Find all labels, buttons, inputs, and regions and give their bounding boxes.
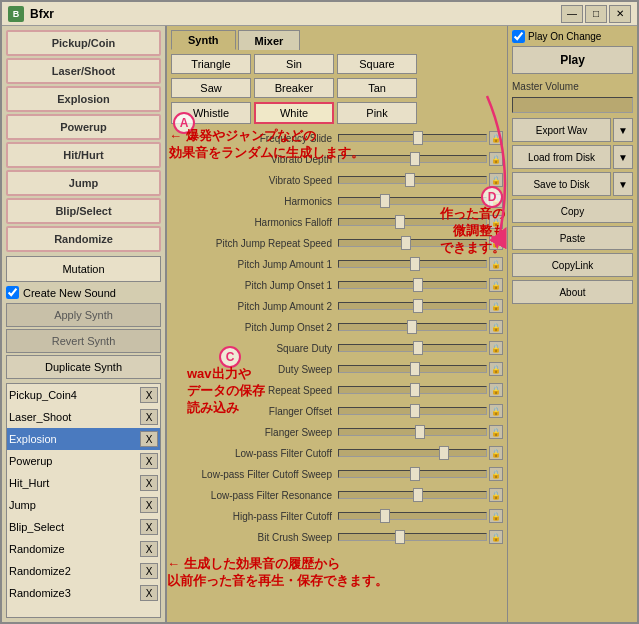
lock-btn[interactable]: 🔒 — [489, 131, 503, 145]
save-to-disk-button[interactable]: Save to Disk — [512, 172, 611, 196]
tab-synth[interactable]: Synth — [171, 30, 236, 50]
wave-triangle[interactable]: Triangle — [171, 54, 251, 74]
create-new-checkbox[interactable] — [6, 286, 19, 299]
copy-button[interactable]: Copy — [512, 199, 633, 223]
param-track[interactable] — [338, 197, 487, 205]
list-item[interactable]: Pickup_Coin4 X — [7, 384, 160, 406]
mutation-button[interactable]: Mutation — [6, 256, 161, 282]
load-from-disk-arrow[interactable]: ▼ — [613, 145, 633, 169]
btn-pickup-coin[interactable]: Pickup/Coin — [6, 30, 161, 56]
wave-breaker[interactable]: Breaker — [254, 78, 334, 98]
export-wav-button[interactable]: Export Wav — [512, 118, 611, 142]
param-track[interactable] — [338, 407, 487, 415]
btn-laser-shoot[interactable]: Laser/Shoot — [6, 58, 161, 84]
wave-white[interactable]: White — [254, 102, 334, 124]
remove-btn[interactable]: X — [140, 409, 158, 425]
list-item[interactable]: Randomize2 X — [7, 560, 160, 582]
list-item[interactable]: Blip_Select X — [7, 516, 160, 538]
btn-hit-hurt[interactable]: Hit/Hurt — [6, 142, 161, 168]
minimize-button[interactable]: — — [561, 5, 583, 23]
param-track[interactable] — [338, 281, 487, 289]
lock-btn[interactable]: 🔒 — [489, 236, 503, 250]
lock-btn[interactable]: 🔒 — [489, 446, 503, 460]
list-item[interactable]: Powerup X — [7, 450, 160, 472]
list-item[interactable]: Jump X — [7, 494, 160, 516]
lock-btn[interactable]: 🔒 — [489, 320, 503, 334]
param-track[interactable] — [338, 239, 487, 247]
load-from-disk-button[interactable]: Load from Disk — [512, 145, 611, 169]
tab-mixer[interactable]: Mixer — [238, 30, 301, 50]
param-track[interactable] — [338, 176, 487, 184]
play-button[interactable]: Play — [512, 46, 633, 74]
export-wav-arrow[interactable]: ▼ — [613, 118, 633, 142]
lock-btn[interactable]: 🔒 — [489, 530, 503, 544]
lock-btn[interactable]: 🔒 — [489, 383, 503, 397]
close-button[interactable]: ✕ — [609, 5, 631, 23]
btn-randomize[interactable]: Randomize — [6, 226, 161, 252]
param-track[interactable] — [338, 386, 487, 394]
list-item-selected[interactable]: Explosion X — [7, 428, 160, 450]
list-item[interactable]: Randomize3 X — [7, 582, 160, 604]
wave-tan[interactable]: Tan — [337, 78, 417, 98]
list-item[interactable]: Hit_Hurt X — [7, 472, 160, 494]
apply-synth-button[interactable]: Apply Synth — [6, 303, 161, 327]
param-track[interactable] — [338, 134, 487, 142]
lock-btn[interactable]: 🔒 — [489, 215, 503, 229]
param-track[interactable] — [338, 323, 487, 331]
lock-btn[interactable]: 🔒 — [489, 173, 503, 187]
param-track[interactable] — [338, 512, 487, 520]
wave-saw[interactable]: Saw — [171, 78, 251, 98]
btn-powerup[interactable]: Powerup — [6, 114, 161, 140]
lock-btn[interactable]: 🔒 — [489, 488, 503, 502]
maximize-button[interactable]: □ — [585, 5, 607, 23]
param-track[interactable] — [338, 365, 487, 373]
param-track[interactable] — [338, 491, 487, 499]
param-track[interactable] — [338, 449, 487, 457]
btn-blip-select[interactable]: Blip/Select — [6, 198, 161, 224]
lock-btn[interactable]: 🔒 — [489, 299, 503, 313]
param-track[interactable] — [338, 302, 487, 310]
lock-btn[interactable]: 🔒 — [489, 362, 503, 376]
lock-btn[interactable]: 🔒 — [489, 257, 503, 271]
param-track[interactable] — [338, 155, 487, 163]
param-track[interactable] — [338, 428, 487, 436]
lock-btn[interactable]: 🔒 — [489, 341, 503, 355]
copy-link-button[interactable]: CopyLink — [512, 253, 633, 277]
lock-btn[interactable]: 🔒 — [489, 404, 503, 418]
param-track[interactable] — [338, 218, 487, 226]
remove-btn[interactable]: X — [140, 453, 158, 469]
lock-btn[interactable]: 🔒 — [489, 509, 503, 523]
param-track[interactable] — [338, 533, 487, 541]
remove-btn[interactable]: X — [140, 563, 158, 579]
save-to-disk-arrow[interactable]: ▼ — [613, 172, 633, 196]
master-volume-slider[interactable] — [512, 97, 633, 113]
wave-pink[interactable]: Pink — [337, 102, 417, 124]
duplicate-synth-button[interactable]: Duplicate Synth — [6, 355, 161, 379]
list-item[interactable]: Randomize X — [7, 538, 160, 560]
remove-btn[interactable]: X — [140, 475, 158, 491]
remove-btn[interactable]: X — [140, 387, 158, 403]
wave-sin[interactable]: Sin — [254, 54, 334, 74]
wave-square[interactable]: Square — [337, 54, 417, 74]
wave-whistle[interactable]: Whistle — [171, 102, 251, 124]
remove-btn[interactable]: X — [140, 585, 158, 601]
lock-btn[interactable]: 🔒 — [489, 467, 503, 481]
btn-explosion[interactable]: Explosion — [6, 86, 161, 112]
paste-button[interactable]: Paste — [512, 226, 633, 250]
remove-btn[interactable]: X — [140, 431, 158, 447]
param-track[interactable] — [338, 470, 487, 478]
lock-btn[interactable]: 🔒 — [489, 194, 503, 208]
remove-btn[interactable]: X — [140, 519, 158, 535]
btn-jump[interactable]: Jump — [6, 170, 161, 196]
lock-btn[interactable]: 🔒 — [489, 425, 503, 439]
play-on-change-checkbox[interactable] — [512, 30, 525, 43]
about-button[interactable]: About — [512, 280, 633, 304]
lock-btn[interactable]: 🔒 — [489, 152, 503, 166]
param-track[interactable] — [338, 344, 487, 352]
remove-btn[interactable]: X — [140, 541, 158, 557]
lock-btn[interactable]: 🔒 — [489, 278, 503, 292]
param-track[interactable] — [338, 260, 487, 268]
revert-synth-button[interactable]: Revert Synth — [6, 329, 161, 353]
remove-btn[interactable]: X — [140, 497, 158, 513]
list-item[interactable]: Laser_Shoot X — [7, 406, 160, 428]
